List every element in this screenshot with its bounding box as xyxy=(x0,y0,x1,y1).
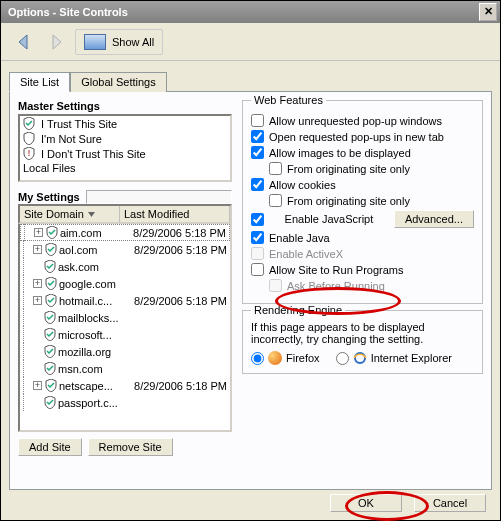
my-settings-filter[interactable] xyxy=(86,190,232,204)
remove-site-button[interactable]: Remove Site xyxy=(88,438,173,456)
advanced-button[interactable]: Advanced... xyxy=(394,210,474,228)
svg-text:!: ! xyxy=(28,148,31,158)
tree-row[interactable]: +aim.com8/29/2006 5:18 PM xyxy=(20,224,230,241)
tree-row[interactable]: passport.c... xyxy=(20,394,230,411)
radio-ie[interactable]: Internet Explorer xyxy=(336,351,452,365)
sort-desc-icon xyxy=(88,211,95,218)
expand-icon[interactable]: + xyxy=(33,245,42,254)
expand-icon[interactable]: + xyxy=(33,296,42,305)
chk-cookies_orig[interactable]: From originating site only xyxy=(269,194,474,207)
tree-row[interactable]: microsoft... xyxy=(20,326,230,343)
add-site-button[interactable]: Add Site xyxy=(18,438,82,456)
my-settings-heading: My Settings xyxy=(18,191,80,203)
content: Site List Global Settings Master Setting… xyxy=(1,71,500,498)
show-all-icon xyxy=(84,34,106,50)
cancel-button[interactable]: Cancel xyxy=(414,494,486,512)
chk-activex: Enable ActiveX xyxy=(251,247,474,260)
chk-popup_tab[interactable]: Open requested pop-ups in new tab xyxy=(251,130,474,143)
chk-popup[interactable]: Allow unrequested pop-up windows xyxy=(251,114,474,127)
list-item[interactable]: !I Don't Trust This Site xyxy=(20,146,230,161)
rendering-legend: Rendering Engine xyxy=(251,304,345,316)
tree-row[interactable]: mailblocks... xyxy=(20,309,230,326)
rendering-engine-fieldset: Rendering Engine If this page appears to… xyxy=(242,310,483,374)
list-item[interactable]: I Trust This Site xyxy=(20,116,230,131)
ok-button[interactable]: OK xyxy=(330,494,402,512)
options-window: Options - Site Controls ✕ Show All Site … xyxy=(0,0,501,521)
radio-firefox[interactable]: Firefox xyxy=(251,351,320,365)
master-settings-list[interactable]: I Trust This Site I'm Not Sure !I Don't … xyxy=(18,114,232,182)
chk-runprog[interactable]: Allow Site to Run Programs xyxy=(251,263,474,276)
expand-icon[interactable]: + xyxy=(33,279,42,288)
svg-marker-0 xyxy=(19,35,27,49)
tree-row[interactable]: mozilla.org xyxy=(20,343,230,360)
chk-images[interactable]: Allow images to be displayed xyxy=(251,146,474,159)
firefox-icon xyxy=(268,351,282,365)
expand-icon[interactable]: + xyxy=(33,381,42,390)
master-settings-heading: Master Settings xyxy=(18,100,232,112)
chk-js[interactable]: Enable JavaScriptAdvanced... xyxy=(251,210,474,228)
ie-icon xyxy=(353,351,367,365)
tree-row[interactable]: +google.com xyxy=(20,275,230,292)
close-icon[interactable]: ✕ xyxy=(479,3,497,21)
show-all-label: Show All xyxy=(112,36,154,48)
rendering-text: If this page appears to be displayed inc… xyxy=(251,321,474,345)
expand-icon[interactable]: + xyxy=(34,228,43,237)
site-tree[interactable]: +aim.com8/29/2006 5:18 PM+aol.com8/29/20… xyxy=(18,224,232,432)
tree-row[interactable]: msn.com xyxy=(20,360,230,377)
left-pane: Master Settings I Trust This Site I'm No… xyxy=(18,100,232,481)
chk-askbefore: Ask Before Running xyxy=(269,279,474,292)
col-last-modified[interactable]: Last Modified xyxy=(120,206,230,222)
show-all-button[interactable]: Show All xyxy=(75,29,163,55)
chk-cookies[interactable]: Allow cookies xyxy=(251,178,474,191)
tab-site-list[interactable]: Site List xyxy=(9,72,70,92)
window-title: Options - Site Controls xyxy=(4,6,128,18)
chk-images_orig[interactable]: From originating site only xyxy=(269,162,474,175)
my-settings-row: My Settings xyxy=(18,190,232,204)
web-features-legend: Web Features xyxy=(251,94,326,106)
dialog-buttons: OK Cancel xyxy=(330,494,486,512)
forward-button[interactable] xyxy=(43,29,69,55)
tree-row[interactable]: +hotmail.c...8/29/2006 5:18 PM xyxy=(20,292,230,309)
tab-global-settings[interactable]: Global Settings xyxy=(70,72,167,92)
tree-row[interactable]: +aol.com8/29/2006 5:18 PM xyxy=(20,241,230,258)
col-site-domain[interactable]: Site Domain xyxy=(20,206,120,222)
toolbar: Show All xyxy=(1,23,500,61)
tree-row[interactable]: ask.com xyxy=(20,258,230,275)
tab-body: Master Settings I Trust This Site I'm No… xyxy=(9,92,492,490)
svg-marker-3 xyxy=(88,212,95,217)
list-item[interactable]: Local Files xyxy=(20,161,230,175)
right-pane: Web Features Allow unrequested pop-up wi… xyxy=(242,100,483,481)
svg-marker-1 xyxy=(53,35,61,49)
chk-java[interactable]: Enable Java xyxy=(251,231,474,244)
web-features-fieldset: Web Features Allow unrequested pop-up wi… xyxy=(242,100,483,304)
back-button[interactable] xyxy=(11,29,37,55)
site-buttons: Add Site Remove Site xyxy=(18,438,232,456)
tree-header: Site Domain Last Modified xyxy=(18,204,232,224)
list-item[interactable]: I'm Not Sure xyxy=(20,131,230,146)
tree-row[interactable]: +netscape...8/29/2006 5:18 PM xyxy=(20,377,230,394)
titlebar: Options - Site Controls ✕ xyxy=(1,1,500,23)
tabstrip: Site List Global Settings xyxy=(9,71,492,92)
